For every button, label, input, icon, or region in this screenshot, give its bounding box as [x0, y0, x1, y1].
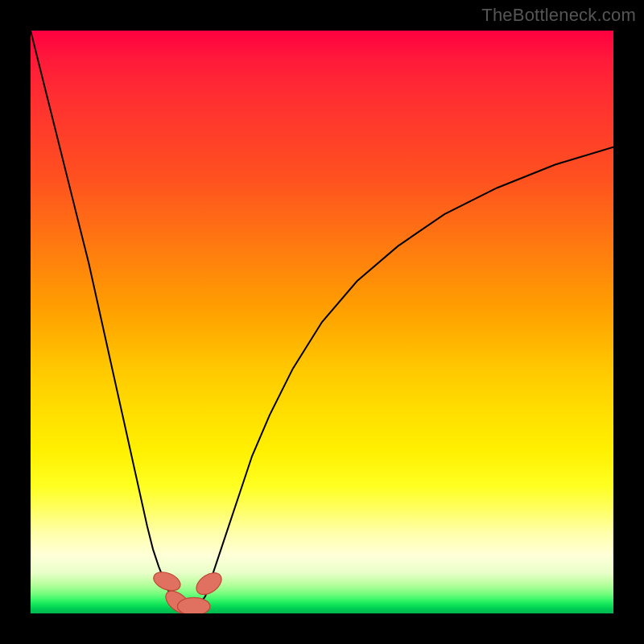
watermark-text: TheBottleneck.com: [481, 5, 636, 26]
frame: TheBottleneck.com: [0, 0, 644, 644]
plot-area: [31, 31, 613, 613]
gradient-background: [31, 31, 613, 613]
